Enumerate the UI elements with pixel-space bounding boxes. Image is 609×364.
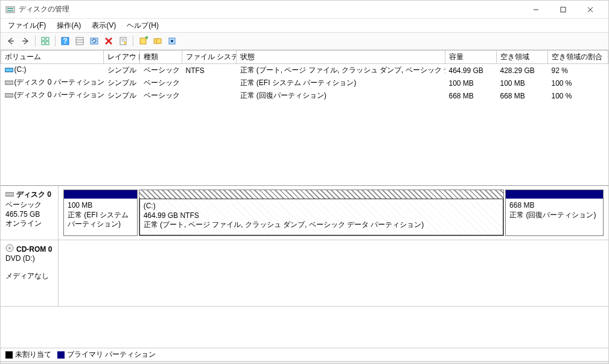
col-type[interactable]: 種類	[140, 51, 182, 64]
disk-label-panel[interactable]: ディスク 0ベーシック465.75 GBオンライン	[1, 186, 59, 240]
status-bar	[1, 361, 608, 363]
maximize-button[interactable]	[549, 1, 576, 18]
cell-type: ベーシック	[140, 77, 182, 89]
disk-icon	[5, 92, 12, 98]
svg-point-30	[171, 40, 173, 42]
svg-point-36	[9, 247, 11, 249]
minimize-button[interactable]	[522, 1, 549, 18]
forward-button[interactable]	[19, 34, 32, 48]
app-icon	[5, 5, 15, 14]
cell-layout: シンプル	[104, 77, 140, 89]
partition-size: 668 MB	[509, 201, 599, 211]
menu-action[interactable]: 操作(A)	[52, 19, 86, 32]
volume-name: (C:)	[14, 65, 27, 74]
svg-rect-2	[7, 10, 13, 11]
cell-fs	[182, 77, 237, 89]
col-freepct[interactable]: 空き領域の割合	[548, 51, 608, 64]
cell-status: 正常 (ブート, ページ ファイル, クラッシュ ダンプ, ベーシック データ …	[237, 64, 445, 77]
close-button[interactable]	[576, 1, 604, 18]
window-title: ディスクの管理	[19, 4, 522, 14]
svg-point-24	[124, 42, 126, 44]
cell-free: 428.29 GB	[497, 64, 548, 77]
cell-freepct: 92 %	[548, 64, 608, 77]
swatch-black	[5, 351, 13, 359]
col-capacity[interactable]: 容量	[445, 51, 497, 64]
legend-primary: プライマリ パーティション	[57, 350, 156, 360]
svg-rect-28	[156, 39, 161, 43]
disk-type: DVD (D:)	[5, 254, 53, 263]
cell-capacity: 100 MB	[445, 77, 497, 89]
partition-status: 正常 (ブート, ページ ファイル, クラッシュ ダンプ, ベーシック データ …	[144, 220, 499, 230]
graphical-view[interactable]: ディスク 0ベーシック465.75 GBオンライン100 MB正常 (EFI シ…	[1, 186, 608, 348]
disk-row[interactable]: CD-ROM 0DVD (D:)メディアなし	[1, 240, 608, 307]
refresh-icon[interactable]	[88, 34, 101, 48]
disk-label-panel[interactable]: CD-ROM 0DVD (D:)メディアなし	[1, 240, 59, 306]
expand-icon[interactable]	[151, 34, 164, 48]
new-volume-icon[interactable]: +	[136, 34, 150, 48]
partition-label: (C:)	[144, 202, 499, 211]
svg-rect-33	[5, 94, 13, 97]
col-layout[interactable]: レイアウト	[104, 51, 140, 64]
menubar: ファイル(F) 操作(A) 表示(V) ヘルプ(H)	[1, 19, 608, 32]
toolbar-separator	[35, 36, 36, 46]
col-status[interactable]: 状態	[237, 51, 445, 64]
col-free[interactable]: 空き領域	[497, 51, 548, 64]
cell-capacity: 464.99 GB	[445, 64, 497, 77]
disk-icon	[5, 244, 14, 254]
cell-layout: シンプル	[104, 89, 140, 102]
svg-rect-12	[46, 42, 49, 45]
cell-fs: NTFS	[182, 64, 237, 77]
partition-size: 100 MB	[68, 201, 133, 211]
partition-body: (C:)464.99 GB NTFS正常 (ブート, ページ ファイル, クラッ…	[139, 199, 503, 235]
properties-icon[interactable]	[116, 34, 130, 48]
col-volume[interactable]: ボリューム	[1, 51, 104, 64]
view-large-icon[interactable]	[39, 34, 52, 48]
settings-icon[interactable]	[165, 34, 179, 48]
partition[interactable]: (C:)464.99 GB NTFS正常 (ブート, ページ ファイル, クラッ…	[139, 190, 504, 236]
menu-help[interactable]: ヘルプ(H)	[122, 19, 164, 32]
partition-body: 100 MB正常 (EFI システム パーティション)	[64, 199, 137, 235]
svg-rect-15	[76, 37, 83, 45]
swatch-navy	[57, 351, 65, 359]
svg-rect-0	[6, 7, 14, 13]
svg-rect-11	[42, 42, 45, 45]
cell-type: ベーシック	[140, 64, 182, 77]
cell-freepct: 100 %	[548, 89, 608, 102]
view-list-icon[interactable]	[73, 34, 86, 48]
svg-rect-32	[5, 81, 13, 85]
titlebar: ディスクの管理	[1, 1, 608, 19]
cell-fs	[182, 89, 237, 102]
disk-size: 465.75 GB	[5, 210, 53, 219]
cell-status: 正常 (EFI システム パーティション)	[237, 77, 445, 89]
column-header-row: ボリューム レイアウト 種類 ファイル システム 状態 容量 空き領域 空き領域…	[1, 51, 608, 64]
delete-icon[interactable]	[102, 34, 115, 48]
cell-status: 正常 (回復パーティション)	[237, 89, 445, 102]
partition[interactable]: 100 MB正常 (EFI システム パーティション)	[63, 190, 138, 236]
disk-state: メディアなし	[5, 271, 53, 281]
disk-name: CD-ROM 0	[16, 245, 52, 254]
partition-header	[64, 190, 137, 199]
partitions-container	[59, 240, 608, 306]
partition[interactable]: 668 MB正常 (回復パーティション)	[505, 190, 604, 236]
help-icon[interactable]: ?	[59, 34, 72, 48]
volume-row[interactable]: (ディスク 0 パーティション 1)シンプルベーシック正常 (EFI システム …	[1, 77, 608, 89]
svg-text:+: +	[145, 36, 148, 42]
volume-list[interactable]: ボリューム レイアウト 種類 ファイル システム 状態 容量 空き領域 空き領域…	[1, 50, 608, 186]
partition-header	[139, 190, 503, 199]
menu-file[interactable]: ファイル(F)	[3, 19, 51, 32]
volume-row[interactable]: (C:)シンプルベーシックNTFS正常 (ブート, ページ ファイル, クラッシ…	[1, 64, 608, 77]
disk-icon	[5, 79, 12, 85]
back-button[interactable]	[4, 34, 18, 48]
partition-body: 668 MB正常 (回復パーティション)	[506, 199, 603, 235]
toolbar: ? +	[1, 32, 608, 50]
disk-row[interactable]: ディスク 0ベーシック465.75 GBオンライン100 MB正常 (EFI シ…	[1, 186, 608, 240]
menu-view[interactable]: 表示(V)	[87, 19, 121, 32]
svg-text:?: ?	[63, 37, 67, 45]
svg-rect-34	[5, 193, 14, 196]
volume-row[interactable]: (ディスク 0 パーティション 4)シンプルベーシック正常 (回復パーティション…	[1, 89, 608, 102]
svg-rect-10	[46, 37, 49, 40]
cell-free: 668 MB	[497, 89, 548, 102]
cell-type: ベーシック	[140, 89, 182, 102]
partition-size: 464.99 GB NTFS	[144, 211, 499, 221]
col-fs[interactable]: ファイル システム	[182, 51, 237, 64]
